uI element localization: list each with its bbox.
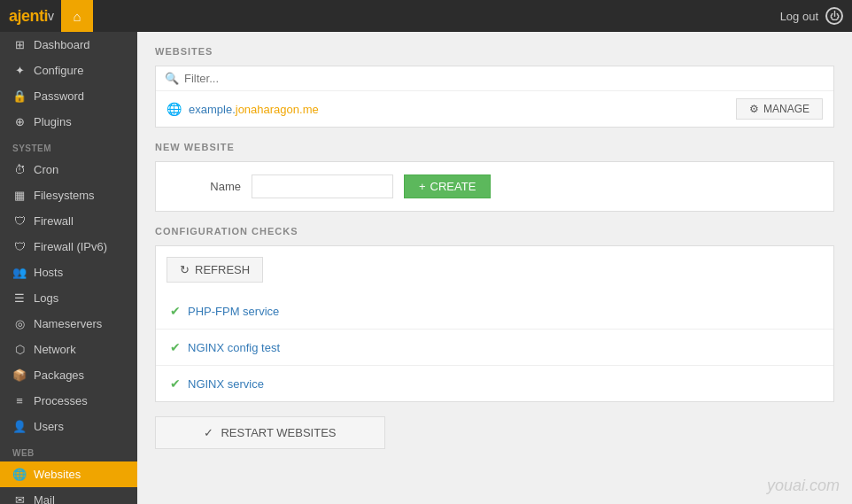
sidebar-item-dashboard[interactable]: ⊞ Dashboard	[0, 32, 137, 58]
website-name: 🌐 example.jonaharagon.me	[167, 102, 319, 116]
sidebar-label: Firewall (IPv6)	[34, 240, 107, 253]
brand-name: ajenti	[9, 7, 48, 26]
config-checks-title: CONFIGURATION CHECKS	[155, 226, 834, 236]
filter-input[interactable]	[184, 72, 825, 85]
sidebar-label: Packages	[34, 368, 84, 382]
check-icon: ✔	[170, 340, 181, 354]
check-label: PHP-FPM service	[188, 305, 279, 318]
website-name-input[interactable]	[252, 174, 393, 198]
mail-icon: ✉	[12, 493, 27, 504]
sidebar-item-packages[interactable]: 📦 Packages	[0, 362, 137, 388]
check-icon: ✔	[170, 304, 181, 318]
sidebar-label: Dashboard	[34, 38, 90, 51]
check-label: NGINX config test	[188, 341, 280, 354]
sidebar-item-mail[interactable]: ✉ Mail	[0, 487, 137, 504]
sidebar-label: Users	[34, 420, 64, 433]
sidebar-label: Password	[34, 89, 84, 103]
refresh-label: REFRESH	[195, 263, 250, 276]
filter-row: 🔍	[156, 66, 833, 91]
refresh-icon: ↻	[180, 263, 190, 276]
brand-area: ajenti v ⌂	[9, 0, 93, 32]
sidebar-label: Websites	[34, 468, 81, 481]
website-domain: jonaharagon.me	[236, 103, 319, 116]
check-icon: ✔	[170, 376, 181, 391]
sidebar-item-nameservers[interactable]: ◎ Nameservers	[0, 311, 137, 337]
sidebar-label: Plugins	[34, 115, 72, 128]
users-icon: 👤	[12, 420, 27, 433]
nameservers-icon: ◎	[12, 317, 27, 330]
new-website-title: NEW WEBSITE	[155, 142, 834, 152]
sidebar-label: Hosts	[34, 266, 63, 279]
new-website-form: Name + CREATE	[156, 162, 833, 211]
restart-label: RESTART WEBSITES	[221, 426, 336, 439]
dashboard-icon: ⊞	[12, 38, 27, 51]
manage-button[interactable]: ⚙ MANAGE	[736, 98, 823, 120]
gear-icon: ⚙	[749, 103, 759, 115]
sidebar-label: Processes	[34, 394, 88, 407]
sidebar-label: Nameservers	[34, 317, 102, 330]
sidebar-label: Network	[34, 343, 76, 356]
websites-icon: 🌐	[12, 468, 27, 481]
create-label: CREATE	[430, 180, 476, 193]
plus-icon: +	[419, 180, 426, 193]
web-section-label: WEB	[0, 439, 137, 461]
name-label: Name	[170, 180, 241, 193]
sidebar-item-network[interactable]: ⬡ Network	[0, 337, 137, 362]
sidebar-item-hosts[interactable]: 👥 Hosts	[0, 260, 137, 285]
filesystems-icon: ▦	[12, 189, 27, 202]
sidebar-item-firewall[interactable]: 🛡 Firewall	[0, 208, 137, 234]
sidebar-item-password[interactable]: 🔒 Password	[0, 83, 137, 109]
sidebar-item-websites[interactable]: 🌐 Websites	[0, 461, 137, 487]
layout: ⊞ Dashboard ✦ Configure 🔒 Password ⊕ Plu…	[0, 32, 852, 504]
processes-icon: ≡	[12, 394, 27, 407]
create-button[interactable]: + CREATE	[404, 174, 491, 198]
search-icon: 🔍	[165, 72, 179, 85]
cron-icon: ⏱	[12, 163, 27, 176]
sidebar-label: Filesystems	[34, 189, 95, 202]
sidebar-item-filesystems[interactable]: ▦ Filesystems	[0, 182, 137, 208]
sidebar-label: Configure	[34, 64, 83, 77]
sidebar-item-plugins[interactable]: ⊕ Plugins	[0, 109, 137, 135]
firewall-icon: 🛡	[12, 214, 27, 228]
logout-label: Log out	[780, 10, 818, 23]
sidebar-item-users[interactable]: 👤 Users	[0, 414, 137, 439]
plugins-icon: ⊕	[12, 115, 27, 128]
checkmark-icon: ✓	[204, 426, 213, 439]
power-icon: ⏻	[825, 7, 843, 25]
configure-icon: ✦	[12, 64, 27, 77]
sidebar-item-firewall-ipv6[interactable]: 🛡 Firewall (IPv6)	[0, 234, 137, 260]
new-website-panel: Name + CREATE	[155, 161, 834, 212]
sidebar-item-configure[interactable]: ✦ Configure	[0, 58, 137, 83]
logs-icon: ☰	[12, 291, 27, 305]
network-icon: ⬡	[12, 343, 27, 356]
manage-label: MANAGE	[763, 103, 809, 115]
check-nginx-config: ✔ NGINX config test	[156, 330, 833, 366]
globe-icon: 🌐	[167, 102, 182, 116]
config-checks-panel: ↻ REFRESH ✔ PHP-FPM service ✔ NGINX conf…	[155, 245, 834, 402]
home-button[interactable]: ⌂	[61, 0, 93, 32]
refresh-button[interactable]: ↻ REFRESH	[167, 257, 263, 283]
check-php-fpm: ✔ PHP-FPM service	[156, 293, 833, 330]
check-nginx-service: ✔ NGINX service	[156, 366, 833, 401]
lock-icon: 🔒	[12, 89, 27, 103]
sidebar-item-cron[interactable]: ⏱ Cron	[0, 157, 137, 182]
websites-panel: 🔍 🌐 example.jonaharagon.me ⚙ MANAGE	[155, 66, 834, 128]
topbar: ajenti v ⌂ Log out ⏻	[0, 0, 852, 32]
sidebar: ⊞ Dashboard ✦ Configure 🔒 Password ⊕ Plu…	[0, 32, 137, 504]
main-content: WEBSITES 🔍 🌐 example.jonaharagon.me ⚙ MA…	[137, 32, 852, 504]
website-row: 🌐 example.jonaharagon.me ⚙ MANAGE	[156, 91, 833, 127]
firewall-ipv6-icon: 🛡	[12, 240, 27, 253]
logout-button[interactable]: Log out ⏻	[780, 7, 843, 25]
check-label: NGINX service	[188, 377, 264, 391]
sidebar-label: Logs	[34, 291, 58, 305]
sidebar-item-logs[interactable]: ☰ Logs	[0, 285, 137, 311]
system-section-label: SYSTEM	[0, 135, 137, 157]
packages-icon: 📦	[12, 368, 27, 382]
website-text: example.jonaharagon.me	[189, 103, 319, 116]
brand-version: v	[48, 9, 54, 23]
sidebar-label: Cron	[34, 163, 58, 176]
restart-websites-button[interactable]: ✓ RESTART WEBSITES	[155, 416, 385, 449]
sidebar-item-processes[interactable]: ≡ Processes	[0, 388, 137, 414]
sidebar-label: Mail	[34, 493, 55, 504]
hosts-icon: 👥	[12, 266, 27, 279]
